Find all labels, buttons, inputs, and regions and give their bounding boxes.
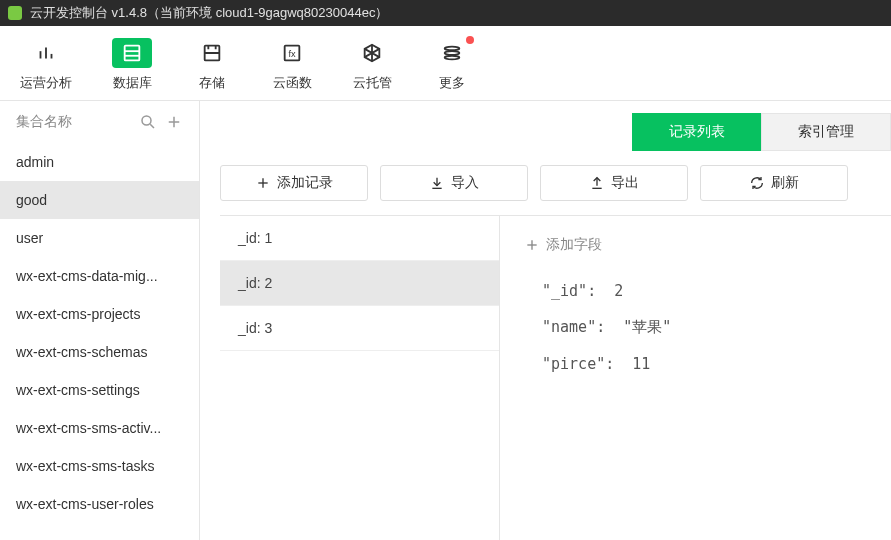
- svg-point-10: [445, 51, 460, 55]
- field-value: "苹果": [623, 318, 671, 336]
- add-field-label: 添加字段: [546, 236, 602, 254]
- field-value: 2: [614, 282, 623, 300]
- refresh-icon: [749, 175, 765, 191]
- sidebar-header-label: 集合名称: [16, 113, 131, 131]
- search-icon[interactable]: [139, 113, 157, 131]
- tool-functions[interactable]: fx 云函数: [272, 38, 312, 92]
- tool-database[interactable]: 数据库: [112, 38, 152, 92]
- tool-more[interactable]: 更多: [432, 38, 472, 92]
- collection-item[interactable]: wx-ext-cms-sms-tasks: [0, 447, 199, 485]
- functions-icon: fx: [272, 38, 312, 68]
- main: 集合名称 admin good user wx-ext-cms-data-mig…: [0, 101, 891, 540]
- tool-hosting[interactable]: 云托管: [352, 38, 392, 92]
- svg-point-12: [142, 116, 151, 125]
- tool-label: 运营分析: [20, 74, 72, 92]
- tool-label: 云托管: [353, 74, 392, 92]
- collection-item[interactable]: wx-ext-cms-settings: [0, 371, 199, 409]
- titlebar-text: 云开发控制台 v1.4.8（当前环境 cloud1-9gagwq80230044…: [30, 4, 388, 22]
- plus-icon: [524, 237, 540, 253]
- export-button[interactable]: 导出: [540, 165, 688, 201]
- analytics-icon: [26, 38, 66, 68]
- record-item[interactable]: _id: 2: [220, 261, 499, 306]
- hosting-icon: [352, 38, 392, 68]
- refresh-button[interactable]: 刷新: [700, 165, 848, 201]
- svg-point-9: [445, 47, 460, 51]
- collection-item[interactable]: wx-ext-cms-schemas: [0, 333, 199, 371]
- add-collection-icon[interactable]: [165, 113, 183, 131]
- field-key: "name":: [542, 318, 605, 336]
- tool-label: 更多: [439, 74, 465, 92]
- tool-storage[interactable]: 存储: [192, 38, 232, 92]
- export-icon: [589, 175, 605, 191]
- record-detail: 添加字段 "_id": 2 "name": "苹果" "pirce": 11: [500, 216, 891, 540]
- app-icon: [8, 6, 22, 20]
- collection-item[interactable]: good: [0, 181, 199, 219]
- tabs-row: 记录列表 索引管理: [220, 101, 891, 165]
- collection-list: admin good user wx-ext-cms-data-mig... w…: [0, 143, 199, 540]
- record-item[interactable]: _id: 1: [220, 216, 499, 261]
- field-row[interactable]: "pirce": 11: [524, 355, 867, 373]
- toolbar: 运营分析 数据库 存储 fx 云函数 云托管 更多: [0, 26, 891, 101]
- svg-line-13: [150, 124, 154, 128]
- button-label: 添加记录: [277, 174, 333, 192]
- import-icon: [429, 175, 445, 191]
- tool-label: 存储: [199, 74, 225, 92]
- sidebar-header: 集合名称: [0, 101, 199, 143]
- storage-icon: [192, 38, 232, 68]
- plus-icon: [255, 175, 271, 191]
- collection-item[interactable]: wx-ext-cms-user-roles: [0, 485, 199, 523]
- tool-analytics[interactable]: 运营分析: [20, 38, 72, 92]
- data-area: _id: 1 _id: 2 _id: 3 添加字段 "_id": 2 "name…: [220, 215, 891, 540]
- field-row[interactable]: "_id": 2: [524, 282, 867, 300]
- button-label: 导出: [611, 174, 639, 192]
- add-field-button[interactable]: 添加字段: [524, 236, 867, 254]
- collection-item[interactable]: wx-ext-cms-projects: [0, 295, 199, 333]
- tab-indexes[interactable]: 索引管理: [761, 113, 891, 151]
- field-key: "pirce":: [542, 355, 614, 373]
- sidebar: 集合名称 admin good user wx-ext-cms-data-mig…: [0, 101, 200, 540]
- collection-item[interactable]: wx-ext-cms-sms-activ...: [0, 409, 199, 447]
- field-row[interactable]: "name": "苹果": [524, 318, 867, 337]
- record-list: _id: 1 _id: 2 _id: 3: [220, 216, 500, 540]
- button-label: 导入: [451, 174, 479, 192]
- add-record-button[interactable]: 添加记录: [220, 165, 368, 201]
- collection-item[interactable]: wx-ext-cms-data-mig...: [0, 257, 199, 295]
- button-label: 刷新: [771, 174, 799, 192]
- field-value: 11: [632, 355, 650, 373]
- field-key: "_id":: [542, 282, 596, 300]
- svg-point-11: [445, 56, 460, 60]
- content: 记录列表 索引管理 添加记录 导入 导出 刷新: [200, 101, 891, 540]
- svg-rect-3: [125, 46, 140, 61]
- titlebar: 云开发控制台 v1.4.8（当前环境 cloud1-9gagwq80230044…: [0, 0, 891, 26]
- tabs: 记录列表 索引管理: [632, 113, 891, 151]
- notification-dot: [466, 36, 474, 44]
- tool-label: 数据库: [113, 74, 152, 92]
- svg-text:fx: fx: [288, 49, 296, 59]
- tool-label: 云函数: [273, 74, 312, 92]
- import-button[interactable]: 导入: [380, 165, 528, 201]
- collection-item[interactable]: admin: [0, 143, 199, 181]
- tab-records[interactable]: 记录列表: [632, 113, 761, 151]
- actions-row: 添加记录 导入 导出 刷新: [220, 165, 891, 215]
- database-icon: [112, 38, 152, 68]
- record-item[interactable]: _id: 3: [220, 306, 499, 351]
- collection-item[interactable]: user: [0, 219, 199, 257]
